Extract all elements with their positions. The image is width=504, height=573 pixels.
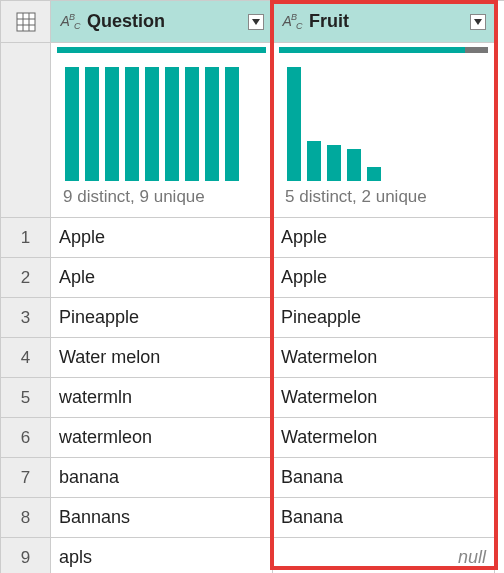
cell-question[interactable]: apls [51,538,273,573]
cell-question[interactable]: Water melon [51,338,273,378]
column-header-fruit[interactable]: ABC Fruit [273,1,495,43]
svg-marker-5 [252,19,260,25]
distribution-bar [287,67,301,181]
row-gutter [1,43,51,218]
cell-fruit[interactable]: Watermelon [273,338,495,378]
distribution-bars [51,53,272,185]
data-preview-grid: ABC Question ABC Fruit 9 distinct, 9 uni… [0,0,504,573]
row-number[interactable]: 2 [1,258,51,298]
row-number[interactable]: 4 [1,338,51,378]
distribution-bar [165,67,179,181]
distribution-bar [65,67,79,181]
distribution-bar [205,67,219,181]
distribution-bars [273,53,494,185]
distribution-bar [185,67,199,181]
distribution-bar [225,67,239,181]
cell-question[interactable]: Aple [51,258,273,298]
distribution-bar [327,145,341,181]
cell-question[interactable]: banana [51,458,273,498]
distribution-bar [125,67,139,181]
cell-fruit[interactable]: Apple [273,218,495,258]
row-number[interactable]: 5 [1,378,51,418]
distribution-bar [307,141,321,181]
cell-fruit[interactable]: Watermelon [273,418,495,458]
select-all-corner[interactable] [1,1,51,43]
cell-question[interactable]: watermln [51,378,273,418]
row-number[interactable]: 8 [1,498,51,538]
distribution-bar [347,149,361,181]
svg-marker-6 [474,19,482,25]
row-number[interactable]: 1 [1,218,51,258]
cell-fruit[interactable]: Banana [273,498,495,538]
cell-question[interactable]: watermleon [51,418,273,458]
cell-question[interactable]: Apple [51,218,273,258]
column-profile-fruit: 5 distinct, 2 unique [273,43,495,218]
column-stats: 5 distinct, 2 unique [273,185,494,217]
text-type-icon: ABC [281,12,303,31]
row-number[interactable]: 3 [1,298,51,338]
cell-fruit[interactable]: Pineapple [273,298,495,338]
row-number[interactable]: 7 [1,458,51,498]
text-type-icon: ABC [59,12,81,31]
column-stats: 9 distinct, 9 unique [51,185,272,217]
svg-rect-0 [17,13,35,31]
column-profile-question: 9 distinct, 9 unique [51,43,273,218]
row-number[interactable]: 6 [1,418,51,458]
cell-fruit[interactable]: Watermelon [273,378,495,418]
distribution-bar [145,67,159,181]
column-header-question[interactable]: ABC Question [51,1,273,43]
column-name: Fruit [309,11,464,32]
chevron-down-icon [252,18,260,26]
cell-question[interactable]: Pineapple [51,298,273,338]
distribution-bar [367,167,381,181]
distribution-bar [105,67,119,181]
chevron-down-icon [474,18,482,26]
cell-question[interactable]: Bannans [51,498,273,538]
cell-fruit[interactable]: null [273,538,495,573]
table-icon [16,12,36,32]
cell-fruit[interactable]: Banana [273,458,495,498]
column-filter-dropdown[interactable] [470,14,486,30]
column-name: Question [87,11,242,32]
column-filter-dropdown[interactable] [248,14,264,30]
distribution-bar [85,67,99,181]
cell-fruit[interactable]: Apple [273,258,495,298]
row-number[interactable]: 9 [1,538,51,573]
